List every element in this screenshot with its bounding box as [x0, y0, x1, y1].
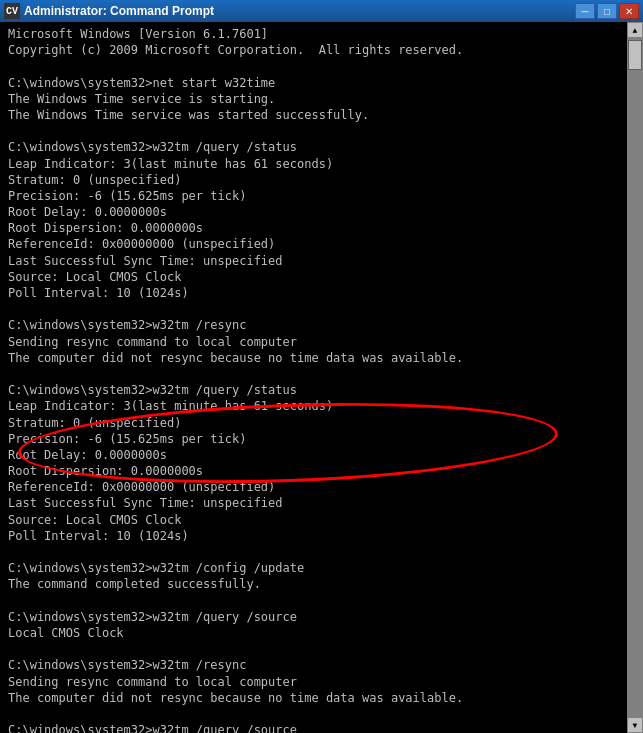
scroll-down-arrow[interactable]: ▼ — [627, 717, 643, 733]
titlebar: CV Administrator: Command Prompt ─ □ ✕ — [0, 0, 643, 22]
window-controls: ─ □ ✕ — [575, 3, 639, 19]
app-icon: CV — [4, 3, 20, 19]
scrollbar[interactable]: ▲ ▼ — [627, 22, 643, 733]
maximize-button[interactable]: □ — [597, 3, 617, 19]
scroll-up-arrow[interactable]: ▲ — [627, 22, 643, 38]
scrollbar-thumb[interactable] — [628, 40, 642, 70]
console-area: Microsoft Windows [Version 6.1.7601] Cop… — [0, 22, 643, 733]
close-button[interactable]: ✕ — [619, 3, 639, 19]
console-output: Microsoft Windows [Version 6.1.7601] Cop… — [8, 26, 635, 733]
minimize-button[interactable]: ─ — [575, 3, 595, 19]
window-title: Administrator: Command Prompt — [24, 4, 571, 18]
scrollbar-track[interactable] — [627, 38, 643, 717]
